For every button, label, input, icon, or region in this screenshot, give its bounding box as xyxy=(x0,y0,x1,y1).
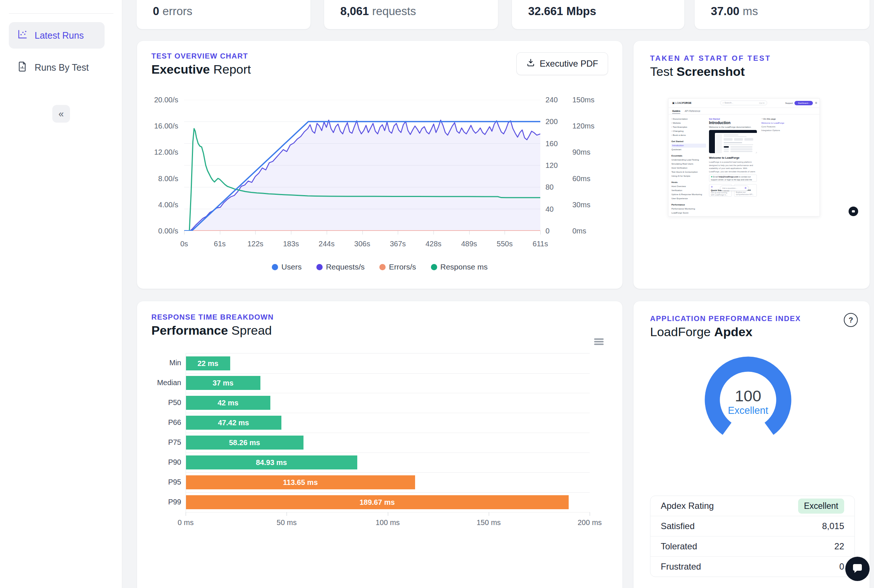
thumb-note-email: help@loadforge.com xyxy=(719,176,738,178)
chart-menu-icon[interactable] xyxy=(594,338,604,345)
legend-item-requests-s[interactable]: Requests/s xyxy=(316,262,365,272)
sidebar-item-latest-runs[interactable]: Latest Runs xyxy=(9,22,105,49)
legend-item-response-ms[interactable]: Response ms xyxy=(431,262,488,272)
stat-card: 8,061requests xyxy=(324,0,498,30)
apdex-row-label: Frustrated xyxy=(661,561,701,572)
users-axis-tick: 80 xyxy=(545,183,554,192)
sidebar-item-label: Latest Runs xyxy=(35,30,84,41)
users-axis-tick: 120 xyxy=(545,161,558,170)
thumb-nav-item: Quickstart xyxy=(671,148,706,152)
thumb-page-link: Welcome to LoadForge xyxy=(761,122,784,124)
apdex-table: Apdex RatingExcellentSatisfied8,015Toler… xyxy=(650,496,855,577)
thumb-note-box: ✽ Email help@loadforge.com to contact ou… xyxy=(709,174,757,182)
thumb-hero-panel xyxy=(715,133,757,153)
thumb-hero-line xyxy=(730,148,752,150)
apdex-row-label: Apdex Rating xyxy=(661,501,714,511)
users-axis-tick: 40 xyxy=(545,205,554,213)
thumb-nav-item: ▫ Test Examples xyxy=(671,125,706,129)
bar-p66: 47.42 ms xyxy=(186,416,281,430)
thumb-nav-item: Verification xyxy=(671,189,706,193)
title-segment: Performance xyxy=(152,323,228,337)
x-axis-tickmark xyxy=(540,231,541,234)
thumb-hero-line xyxy=(730,146,752,148)
ms-axis-tick: 0ms xyxy=(572,227,586,235)
stat-value-line: 37.00ms xyxy=(711,5,758,18)
thumb-logo: ▣ LOADFORGE xyxy=(672,102,692,105)
title-segment: Spread xyxy=(228,323,272,337)
bar-category-label: P75 xyxy=(137,438,181,447)
thumb-dashboard-button: Dashboard › xyxy=(794,101,813,105)
bar-x-tick: 150 ms xyxy=(472,518,505,527)
test-screenshot-card: TAKEN AT START OF TEST Test Screenshot ▣… xyxy=(633,40,870,289)
x-axis-tickmark xyxy=(505,231,505,234)
chat-bubble-icon xyxy=(851,562,864,576)
screenshot-eyebrow: TAKEN AT START OF TEST xyxy=(650,54,771,63)
apdex-card: APPLICATION PERFORMANCE INDEX LoadForge … xyxy=(633,301,870,588)
bar-axis-line xyxy=(186,353,186,512)
x-axis-tickmark xyxy=(291,231,291,234)
apdex-table-row: Satisfied8,015 xyxy=(650,516,854,536)
bar-category-label: P90 xyxy=(137,458,181,466)
title-segment: Executive xyxy=(152,62,210,76)
bar-category-label: P66 xyxy=(137,418,181,427)
thumb-nav-section: Essentials xyxy=(671,154,706,158)
stat-value: 32.661 xyxy=(528,5,563,18)
test-screenshot-thumbnail[interactable]: ▣ LOADFORGE⌕ Search...Ctrl KSupportDashb… xyxy=(668,98,820,216)
legend-dot xyxy=(316,264,323,270)
thumb-hero-sidebar xyxy=(716,134,722,153)
x-axis-tickmark xyxy=(327,231,327,234)
ms-axis-tick: 60ms xyxy=(572,174,590,183)
legend-label: Response ms xyxy=(440,262,488,272)
thumb-nav-item: Performance Monitoring xyxy=(671,207,706,211)
legend-item-users[interactable]: Users xyxy=(272,262,302,272)
users-axis-tick: 200 xyxy=(545,117,558,126)
thumbnail-chat-dot-icon xyxy=(848,207,858,216)
left-axis-tick: 16.00/s xyxy=(137,122,178,130)
x-axis-tickmark xyxy=(220,231,220,234)
stat-value-line: 0errors xyxy=(153,5,192,18)
thumb-hero-line xyxy=(744,138,753,141)
thumb-nav-item: ▫ Book a demo xyxy=(671,133,706,137)
left-axis-tick: 0.00/s xyxy=(137,227,178,235)
stat-value: 37.00 xyxy=(711,5,740,18)
apdex-row-label: Tolerated xyxy=(661,541,697,552)
stat-unit: errors xyxy=(162,5,192,18)
sidebar-item-runs-by-test[interactable]: Runs By Test xyxy=(9,54,105,81)
thumb-tab-api-reference: API Reference xyxy=(685,110,700,112)
thumb-intro: Welcome to the LoadForge documentation. xyxy=(709,126,751,128)
apdex-row-value: 0 xyxy=(839,561,844,572)
executive-pdf-button[interactable]: Executive PDF xyxy=(517,52,608,75)
thumb-gear-icon: ⚙ xyxy=(815,102,817,105)
stat-card: 0errors xyxy=(136,0,311,30)
apdex-rating-badge: Excellent xyxy=(798,498,844,514)
chat-widget-button[interactable] xyxy=(845,557,869,581)
stat-unit: Mbps xyxy=(566,5,596,18)
thumb-page-link: Core Features xyxy=(761,126,775,128)
overview-eyebrow: TEST OVERVIEW CHART xyxy=(152,52,248,60)
x-axis-tick: 367s xyxy=(383,240,413,248)
thumb-nav-item: ▫ Changelog xyxy=(671,129,706,133)
legend-item-errors-s[interactable]: Errors/s xyxy=(379,262,416,272)
thumb-hero-line xyxy=(724,134,739,135)
x-axis-tickmark xyxy=(184,231,185,234)
thumb-breadcrumb: Get Started xyxy=(709,118,720,120)
bar-x-tickmark xyxy=(590,512,590,516)
thumb-nav-item: Test Hours & Consumption xyxy=(671,170,706,174)
ms-axis-tick: 90ms xyxy=(572,148,590,156)
help-icon[interactable]: ? xyxy=(844,313,858,327)
performance-title: Performance Spread xyxy=(152,323,272,338)
thumb-nav-item: ▫ Documentation xyxy=(671,117,706,121)
legend-label: Users xyxy=(281,262,302,272)
stat-unit: ms xyxy=(743,5,758,18)
thumb-tab-guides: Guides xyxy=(672,110,680,114)
ms-axis-tick: 30ms xyxy=(572,201,590,209)
sidebar-collapse-button[interactable]: « xyxy=(52,105,70,123)
thumb-logo-bold: FORGE xyxy=(682,102,692,104)
bar-chart-row: 47.42 ms xyxy=(186,413,590,433)
users-axis-tick: 240 xyxy=(545,96,558,104)
thumb-hero-line xyxy=(724,144,753,145)
x-axis-tick: 61s xyxy=(205,240,234,248)
x-axis-tick: 550s xyxy=(490,240,519,248)
legend-dot xyxy=(431,264,437,270)
x-axis-tickmark xyxy=(398,231,398,234)
